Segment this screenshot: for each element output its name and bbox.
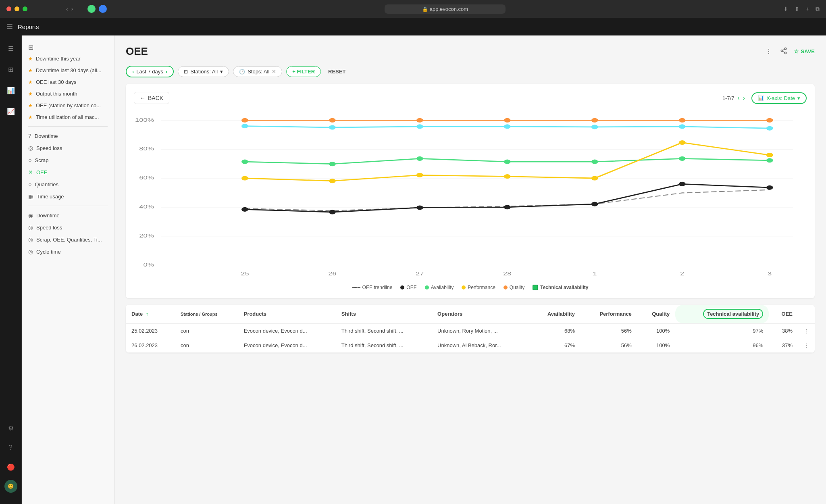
mac-minimize[interactable] <box>15 6 19 11</box>
col-products[interactable]: Products <box>238 305 336 323</box>
svg-point-52 <box>241 207 248 212</box>
nav-forward[interactable]: › <box>71 6 73 12</box>
cell-row-actions[interactable]: ⋮ <box>798 338 815 353</box>
cell-stations: con <box>175 323 238 338</box>
col-stations[interactable]: Stations / Groups <box>175 305 238 323</box>
svg-text:40%: 40% <box>139 204 154 209</box>
rail-reports[interactable]: 📊 <box>4 84 17 97</box>
quantities-icon: ○ <box>28 181 31 187</box>
rail-settings[interactable]: ⚙ <box>4 422 17 435</box>
browser-icon-2[interactable] <box>99 5 107 13</box>
sidebar-item-downtime-year[interactable]: ★ Downtime this year <box>22 53 114 65</box>
page-prev[interactable]: ‹ <box>738 94 740 102</box>
mac-close[interactable] <box>6 6 11 11</box>
nav-group-2: ◉ Downtime ◎ Speed loss ◎ Scrap, OEE, Qu… <box>22 209 114 258</box>
svg-point-56 <box>591 202 598 206</box>
clock-icon: 🕐 <box>239 69 245 75</box>
nav-sidebar: ⊞ ★ Downtime this year ★ Downtime last 3… <box>22 35 114 504</box>
cell-shifts: Third shift, Second shift, ... <box>336 323 432 338</box>
chart-svg: 100% 80% 60% 40% 20% 0% <box>134 110 807 280</box>
sidebar-item-oee-station[interactable]: ★ OEE (station by station co... <box>22 100 114 111</box>
scrap-oee-icon: ◎ <box>28 236 33 243</box>
mac-maximize[interactable] <box>23 6 27 11</box>
availability-dot <box>425 285 429 289</box>
toolbar-share[interactable]: ⬆ <box>795 6 799 12</box>
mac-toolbar: ‹ › 🔒 app.evocon.com ⬇ ⬆ + ⧉ <box>0 0 826 18</box>
cell-oee: 38% <box>769 323 798 338</box>
sidebar-item-time-util[interactable]: ★ Time utilization of all mac... <box>22 111 114 123</box>
col-tech-availability[interactable]: Technical availability <box>675 305 769 323</box>
legend-quality: Quality <box>504 285 524 290</box>
url-bar[interactable]: 🔒 app.evocon.com <box>385 4 506 14</box>
rail-analytics[interactable]: 📈 <box>4 105 17 118</box>
share-icon[interactable] <box>778 46 789 58</box>
chart-area: 100% 80% 60% 40% 20% 0% <box>134 110 807 280</box>
star-icon: ★ <box>28 115 33 120</box>
sidebar-item-speed-loss[interactable]: ◎ Speed loss <box>22 142 114 154</box>
sidebar-item-scrap-oee[interactable]: ◎ Scrap, OEE, Quantities, Ti... <box>22 233 114 246</box>
col-operators[interactable]: Operators <box>432 305 530 323</box>
more-icon[interactable]: ⋮ <box>764 46 774 57</box>
rail-menu[interactable]: ☰ <box>4 42 17 55</box>
nav-back[interactable]: ‹ <box>66 6 68 12</box>
svg-text:1: 1 <box>593 271 597 276</box>
back-button[interactable]: ← BACK <box>134 92 169 104</box>
col-shifts[interactable]: Shifts <box>336 305 432 323</box>
svg-point-54 <box>416 205 423 210</box>
chart-icon: 📊 <box>758 95 764 101</box>
rail-help[interactable]: ? <box>4 441 17 454</box>
sidebar-item-oee[interactable]: ✕ OEE <box>22 166 114 178</box>
sidebar-item-scrap[interactable]: ○ Scrap <box>22 154 114 166</box>
page-next[interactable]: › <box>743 94 745 102</box>
col-performance[interactable]: Performance <box>580 305 637 323</box>
chevron-down-icon: ▾ <box>797 95 800 101</box>
toolbar-tabs[interactable]: ⧉ <box>816 6 820 12</box>
browser-icon-1[interactable] <box>87 5 96 13</box>
sidebar-item-time-usage[interactable]: ▦ Time usage <box>22 190 114 202</box>
svg-point-51 <box>766 153 773 157</box>
rail-avatar[interactable]: 😊 <box>4 480 17 493</box>
sidebar-item-downtime-2[interactable]: ◉ Downtime <box>22 209 114 221</box>
sidebar-collapse-btn[interactable]: ⊞ <box>28 44 108 51</box>
sidebar-item-cycle-time[interactable]: ◎ Cycle time <box>22 246 114 258</box>
col-date[interactable]: Date ↑ <box>126 305 175 323</box>
app-title: Reports <box>18 23 39 30</box>
cell-row-actions[interactable]: ⋮ <box>798 323 815 338</box>
stations-filter[interactable]: ⊡ Stations: All ▾ <box>178 66 229 77</box>
table-row: 26.02.2023 con Evocon device, Evocon d..… <box>126 338 815 353</box>
sidebar-item-speed-loss-2[interactable]: ◎ Speed loss <box>22 221 114 233</box>
sidebar-item-downtime-30[interactable]: ★ Downtime last 30 days (all... <box>22 65 114 76</box>
hamburger-icon[interactable]: ☰ <box>6 22 13 31</box>
sidebar-item-oee-30[interactable]: ★ OEE last 30 days <box>22 76 114 88</box>
downtime-icon: ? <box>28 133 31 139</box>
clear-icon[interactable]: ✕ <box>272 69 276 75</box>
save-button[interactable]: ☆ SAVE <box>794 48 815 54</box>
add-filter-button[interactable]: + FILTER <box>286 66 321 77</box>
cell-stations: con <box>175 338 238 353</box>
svg-text:100%: 100% <box>135 117 154 123</box>
filter-bar: ‹ Last 7 days › ⊡ Stations: All ▾ 🕐 Stop… <box>126 66 815 77</box>
sidebar-item-quantities[interactable]: ○ Quantities <box>22 178 114 190</box>
scrap-icon: ○ <box>28 157 31 163</box>
stops-filter[interactable]: 🕐 Stops: All ✕ <box>233 66 282 77</box>
legend-oee-trendline: OEE trendline <box>352 285 393 290</box>
col-availability[interactable]: Availability <box>530 305 580 323</box>
rail-notifications[interactable]: 🔴 <box>4 460 17 473</box>
date-range-filter[interactable]: ‹ Last 7 days › <box>126 66 174 77</box>
reset-button[interactable]: RESET <box>325 67 349 77</box>
svg-point-58 <box>766 185 773 190</box>
xaxis-button[interactable]: 📊 X-axis: Date ▾ <box>751 92 807 104</box>
toolbar-download[interactable]: ⬇ <box>783 6 788 12</box>
legend-tech-availability: Technical availability <box>533 285 588 290</box>
rail-dashboard[interactable]: ⊞ <box>4 63 17 76</box>
sidebar-item-downtime[interactable]: ? Downtime <box>22 130 114 142</box>
svg-point-31 <box>241 124 248 128</box>
col-oee[interactable]: OEE <box>769 305 798 323</box>
toolbar-add-tab[interactable]: + <box>806 6 809 12</box>
svg-text:25: 25 <box>241 271 249 276</box>
downtime2-icon: ◉ <box>28 212 33 219</box>
sidebar-item-output-month[interactable]: ★ Output this month <box>22 88 114 100</box>
cell-shifts: Third shift, Second shift, ... <box>336 338 432 353</box>
col-quality[interactable]: Quality <box>637 305 675 323</box>
star-icon: ★ <box>28 103 33 108</box>
